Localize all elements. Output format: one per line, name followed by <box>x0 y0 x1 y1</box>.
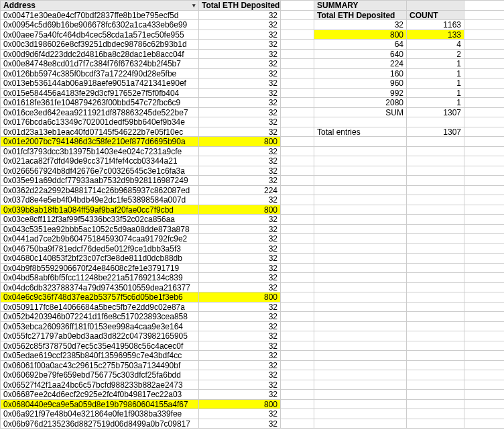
address-cell[interactable]: 0x00d9d6f4d223ddc2d4816ba8c28dac1eb8acc0… <box>1 50 199 60</box>
address-cell[interactable]: 0x021aca82f7dfd49de9cc371f4fef4ccb03344a… <box>1 156 199 166</box>
summary-sum-label: SUM <box>314 108 407 118</box>
eth-cell: 32 <box>199 361 281 371</box>
spacer <box>464 195 504 205</box>
spacer <box>281 244 314 254</box>
spacer <box>407 341 464 351</box>
address-cell[interactable]: 0x05edae619ccf2385b840f13596959c7e43bdf4… <box>1 351 199 361</box>
summary-count: 1 <box>407 69 464 79</box>
spacer <box>464 166 504 176</box>
spacer <box>281 176 314 186</box>
address-cell[interactable]: 0x0441ad7ce2b9b60475184593074caa91792fc9… <box>1 234 199 244</box>
spacer <box>314 176 407 186</box>
spacer <box>407 244 464 254</box>
summary-count: 1 <box>407 98 464 108</box>
spacer <box>464 186 504 196</box>
address-cell[interactable]: 0x04680c140853f2bf23c07cf3e8de811d0dcb88… <box>1 254 199 264</box>
spacer <box>464 50 504 60</box>
spacer <box>407 254 464 264</box>
address-cell[interactable]: 0x01618fe361fe1048794263f00bbd547c72fbc6… <box>1 98 199 108</box>
summary-eth: 160 <box>314 69 407 79</box>
spacer <box>464 176 504 186</box>
spacer <box>314 186 407 196</box>
summary-count: 2 <box>407 50 464 60</box>
spacer <box>464 273 504 283</box>
address-cell[interactable]: 0x00aee75a40fc464db4cec58cda1a571ec50fe9… <box>1 30 199 40</box>
address-cell[interactable]: 0x04e6c9c36f748d37ea2b53757f5c6d05be1f3e… <box>1 292 199 303</box>
eth-cell: 224 <box>199 186 281 196</box>
spacer <box>407 312 464 322</box>
spacer <box>281 156 314 166</box>
address-cell[interactable]: 0x0176bcda6c13349c702001dedf59bb640ef9b3… <box>1 117 199 127</box>
address-cell[interactable]: 0x00954c5d69b16be906678fc6302a1ca433eb6e… <box>1 20 199 30</box>
spacer <box>314 205 407 215</box>
spacer <box>407 361 464 371</box>
address-cell[interactable]: 0x00c3d1986026e8cf39251dbdec98786c62b93b… <box>1 40 199 50</box>
address-cell[interactable]: 0x0126bb5974c385f0bcdf37a17224f90d28e5fb… <box>1 69 199 79</box>
spacer <box>314 400 407 410</box>
spacer <box>407 264 464 274</box>
eth-cell: 32 <box>199 176 281 186</box>
address-cell[interactable]: 0x04dc6db323788374a79d97435010559dea2163… <box>1 283 199 293</box>
address-cell[interactable]: 0x055fc271797ab0ebd3aad3d822c04739821659… <box>1 331 199 341</box>
spacer <box>407 419 464 429</box>
spacer <box>464 98 504 108</box>
spacer <box>464 370 504 380</box>
spacer <box>407 156 464 166</box>
address-cell[interactable]: 0x06687ee2c4d6ecf2c925e2fc4f0b49817ec22a… <box>1 390 199 400</box>
spacer <box>281 30 314 40</box>
spacer <box>281 117 314 127</box>
address-cell[interactable]: 0x06a921f97e48b04e321864e0fe1f9038ba339f… <box>1 409 199 419</box>
address-cell[interactable]: 0x06527f42f1aa24bc6c57bcfd988233b882ae24… <box>1 380 199 390</box>
address-cell[interactable]: 0x013eb536144ab06a918aefe9051a7421341e90… <box>1 78 199 89</box>
eth-cell: 32 <box>199 98 281 108</box>
address-cell[interactable]: 0x037d8e4e5eb4f04bdb49e2dc1fe53898584a00… <box>1 195 199 205</box>
address-cell[interactable]: 0x060692be79fe659ebd756775c303dfcf25fa6b… <box>1 370 199 380</box>
spacer <box>464 1 504 11</box>
address-cell[interactable]: 0x0266567924b8df42676e7c00326545c3e1c6fa… <box>1 166 199 176</box>
col-header-eth: Total ETH Deposited <box>199 1 281 11</box>
spacer <box>464 117 504 127</box>
address-cell[interactable]: 0x04bd58abf6bf5fcc11248be221a517692134c8… <box>1 273 199 283</box>
spacer <box>281 40 314 50</box>
address-cell[interactable]: 0x0562c85f378750d7ec5c35e419508c56c4acec… <box>1 341 199 351</box>
eth-cell: 32 <box>199 234 281 244</box>
address-cell[interactable]: 0x01d23a13eb1eac40fd07145f546222b7e05f10… <box>1 127 199 138</box>
spacer <box>464 419 504 429</box>
summary-count: 133 <box>407 30 464 40</box>
address-cell[interactable]: 0x015e584456a4183fe29d3cf917652e7f5f0fb4… <box>1 89 199 99</box>
address-cell[interactable]: 0x00e84748e8cd01d7f7c384f76f676324bb2f45… <box>1 59 199 69</box>
address-cell[interactable]: 0x0509117fc8e14066684a5bec5fb7e2dd9c02e8… <box>1 303 199 313</box>
address-cell[interactable]: 0x04b9f8b5592906670f24e84608c2fe1e379171… <box>1 264 199 274</box>
spacer <box>281 59 314 69</box>
address-cell[interactable]: 0x0680440e9ca9e5a059d8e19b79860604155a4f… <box>1 400 199 410</box>
address-cell[interactable]: 0x01e2007bc7941486d3c58fe210ef877d6695b9… <box>1 137 199 147</box>
address-cell[interactable]: 0x01fcf3793dcc3b13975b1403e4e024c7231a9c… <box>1 147 199 157</box>
address-cell[interactable]: 0x043c5351ea92bbb5ac1052c5d9aa08dde873a8… <box>1 225 199 235</box>
address-cell[interactable]: 0x00471e30ea0e4cf70bdf2837ffe8b1be795ecf… <box>1 11 199 21</box>
address-cell[interactable]: 0x035e91a69ddcf77933aab7532d9b9281169872… <box>1 176 199 186</box>
address-cell[interactable]: 0x016ce3ed642eaa9211921df878863245de522b… <box>1 108 199 118</box>
spacer <box>464 400 504 410</box>
address-cell[interactable]: 0x052b4203946b072241d1f6e8c517023893cea8… <box>1 312 199 322</box>
address-cell[interactable]: 0x0362d22a2992b4881714c26b9685937c862087… <box>1 186 199 196</box>
address-cell[interactable]: 0x053ebca260936ff181f0153ee998a4caa9e3e1… <box>1 322 199 332</box>
address-cell[interactable]: 0x03ce8cff112f3af99f54336bc33f52c02ca856… <box>1 215 199 225</box>
spacer <box>314 244 407 254</box>
spacer <box>464 137 504 147</box>
spacer <box>314 409 407 419</box>
address-cell[interactable]: 0x06061f00a0ac43c29615c275b7503a7134490b… <box>1 361 199 371</box>
spacer <box>281 11 314 21</box>
total-entries-value: 1307 <box>407 127 464 138</box>
summary-col-count: COUNT <box>407 11 464 21</box>
summary-count: 1 <box>407 89 464 99</box>
address-cell[interactable]: 0x039b8ab18fb1a084ff59af9baf20fae0cc7f9c… <box>1 205 199 215</box>
address-cell[interactable]: 0x06b976d2135236d8827519d06d8499a0b7c098… <box>1 419 199 429</box>
address-cell[interactable]: 0x046750ba9f781edcf76ded5e012f9ce1dbb3a5… <box>1 244 199 254</box>
spacer <box>281 254 314 264</box>
spacer <box>407 390 464 400</box>
spacer <box>464 234 504 244</box>
col-header-address[interactable]: Address <box>1 1 199 11</box>
spacer <box>314 234 407 244</box>
spacer <box>281 264 314 274</box>
spacer <box>464 331 504 341</box>
